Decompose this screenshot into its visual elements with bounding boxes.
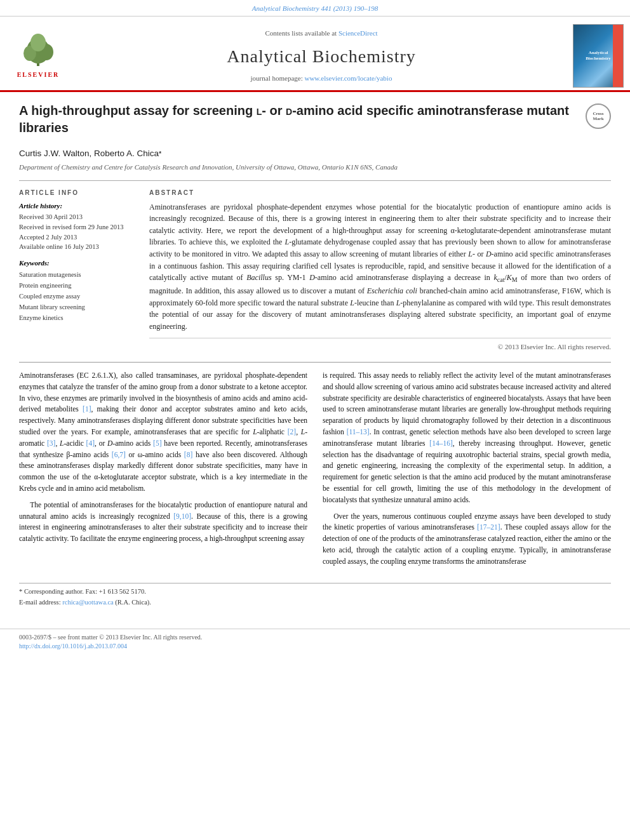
abstract-paragraph: Aminotransferases are pyridoxal phosphat… [149, 201, 611, 333]
body-columns: Aminotransferases (EC 2.6.1.X), also cal… [19, 370, 611, 573]
crossmark-badge: CrossMark [586, 103, 611, 129]
journal-citation-text: Analytical Biochemistry 441 (2013) 190–1… [252, 4, 379, 12]
elsevier-text: ELSEVIER [17, 70, 60, 79]
journal-citation-bar: Analytical Biochemistry 441 (2013) 190–1… [0, 0, 630, 17]
footnote-email-address[interactable]: rchica@uottawa.ca [62, 599, 114, 606]
history-heading: Article history: [19, 201, 137, 211]
accepted-date: Accepted 2 July 2013 [19, 232, 137, 243]
received-date: Received 30 April 2013 [19, 212, 137, 222]
journal-title: Analytical Biochemistry [227, 44, 416, 69]
keyword-5: Enzyme kinetics [19, 313, 137, 324]
footnote-email-label: E-mail address: [19, 599, 61, 606]
body-para-3: is required. This assay needs to reliabl… [323, 370, 611, 506]
elsevier-tree-graphic [16, 33, 60, 68]
cover-title-text: Analytical Biochemistry [583, 48, 613, 64]
body-column-2: is required. This assay needs to reliabl… [323, 370, 611, 573]
issn-text: 0003-2697/$ – see front matter © 2013 El… [19, 633, 611, 642]
available-date: Available online 16 July 2013 [19, 242, 137, 252]
article-history-group: Article history: Received 30 April 2013 … [19, 201, 137, 252]
doi-link[interactable]: http://dx.doi.org/10.1016/j.ab.2013.07.0… [19, 643, 127, 650]
author-star: * [159, 150, 161, 157]
sciencedirect-line: Contents lists available at ScienceDirec… [265, 29, 377, 38]
footnote-star: * Corresponding author. Fax: +1 613 562 … [19, 587, 611, 597]
keyword-2: Protein engineering [19, 281, 137, 291]
body-column-1: Aminotransferases (EC 2.6.1.X), also cal… [19, 370, 307, 573]
journal-header-center: Contents lists available at ScienceDirec… [76, 22, 566, 90]
copyright-text: © 2013 Elsevier Inc. All rights reserved… [149, 338, 611, 352]
sciencedirect-link[interactable]: ScienceDirect [338, 29, 378, 37]
keywords-group: Keywords: Saturation mutagenesis Protein… [19, 258, 137, 323]
journal-cover-area: Analytical Biochemistry [566, 22, 630, 90]
bottom-bar: 0003-2697/$ – see front matter © 2013 El… [0, 629, 630, 655]
keyword-4: Mutant library screening [19, 302, 137, 313]
crossmark-badge-area: CrossMark [586, 103, 611, 129]
abstract-text: Aminotransferases are pyridoxal phosphat… [149, 201, 611, 333]
footnote-area: * Corresponding author. Fax: +1 613 562 … [19, 583, 611, 608]
keyword-3: Coupled enzyme assay [19, 291, 137, 302]
journal-header: ELSEVIER Contents lists available at Sci… [0, 17, 630, 92]
svg-point-5 [36, 36, 40, 40]
crossmark-text: CrossMark [593, 111, 603, 122]
received-revised-date: Received in revised form 29 June 2013 [19, 222, 137, 232]
footnote-email: E-mail address: rchica@uottawa.ca (R.A. … [19, 598, 611, 608]
body-para-1: Aminotransferases (EC 2.6.1.X), also cal… [19, 370, 307, 495]
article-content: A high-throughput assay for screening l-… [0, 92, 630, 622]
footnote-email-suffix: (R.A. Chica). [115, 599, 151, 606]
body-divider [19, 362, 611, 363]
abstract-column: ABSTRACT Aminotransferases are pyridoxal… [149, 189, 611, 352]
journal-cover-image: Analytical Biochemistry [573, 24, 624, 88]
elsevier-logo: ELSEVIER [16, 33, 60, 79]
article-title: A high-throughput assay for screening l-… [19, 102, 579, 137]
article-info-label: ARTICLE INFO [19, 189, 137, 197]
article-info-abstract-section: ARTICLE INFO Article history: Received 3… [19, 180, 611, 352]
authors-line: Curtis J.W. Walton, Roberto A. Chica* [19, 148, 611, 160]
journal-homepage-url[interactable]: www.elsevier.com/locate/yabio [304, 74, 392, 82]
body-para-4: Over the years, numerous continuous coup… [323, 511, 611, 568]
abstract-label: ABSTRACT [149, 189, 611, 197]
journal-homepage: journal homepage: www.elsevier.com/locat… [251, 74, 392, 83]
body-para-2: The potential of aminotransferases for t… [19, 500, 307, 545]
elsevier-logo-area: ELSEVIER [0, 22, 76, 90]
keyword-1: Saturation mutagenesis [19, 270, 137, 281]
doi-text: http://dx.doi.org/10.1016/j.ab.2013.07.0… [19, 642, 611, 651]
footnote-star-text: * Corresponding author. Fax: +1 613 562 … [19, 588, 146, 595]
authors-text: Curtis J.W. Walton, Roberto A. Chica [19, 149, 159, 158]
cover-stripe [613, 25, 623, 87]
keywords-heading: Keywords: [19, 258, 137, 268]
affiliation-text: Department of Chemistry and Centre for C… [19, 163, 611, 172]
page: Analytical Biochemistry 441 (2013) 190–1… [0, 0, 630, 840]
article-info-column: ARTICLE INFO Article history: Received 3… [19, 189, 137, 352]
